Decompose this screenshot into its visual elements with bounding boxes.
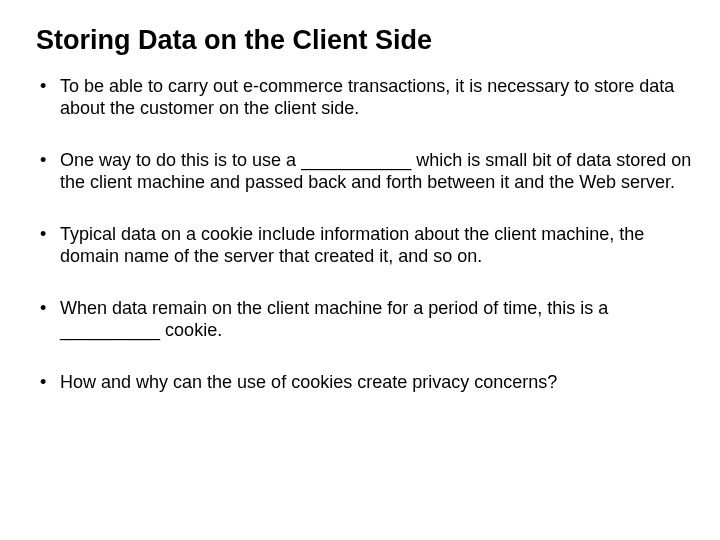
bullet-list: To be able to carry out e-commerce trans… — [28, 76, 692, 394]
slide-title: Storing Data on the Client Side — [36, 24, 692, 56]
slide: Storing Data on the Client Side To be ab… — [0, 0, 720, 540]
list-item: To be able to carry out e-commerce trans… — [28, 76, 692, 120]
list-item: How and why can the use of cookies creat… — [28, 372, 692, 394]
list-item: Typical data on a cookie include informa… — [28, 224, 692, 268]
list-item: When data remain on the client machine f… — [28, 298, 692, 342]
list-item: One way to do this is to use a _________… — [28, 150, 692, 194]
